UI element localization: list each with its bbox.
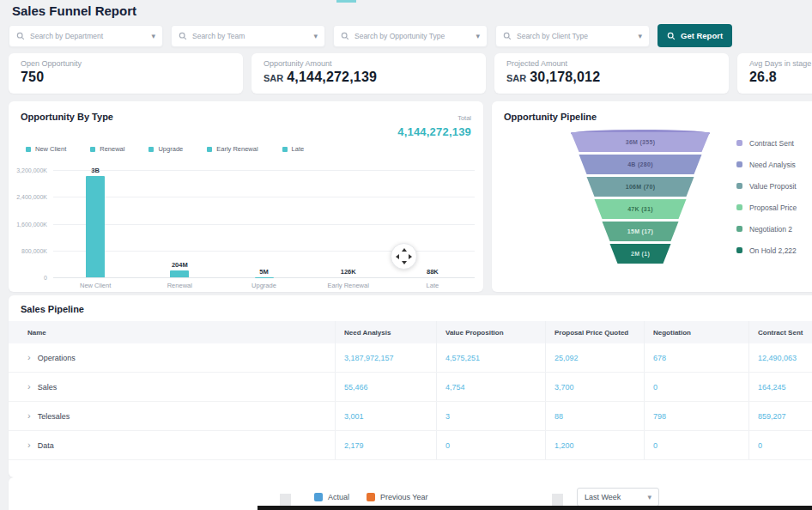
filter-select-1[interactable]: Search by Department▾ — [9, 25, 163, 47]
row-name-cell: ›Telesales — [9, 411, 335, 421]
y-axis-tick-label: 800,000K — [8, 247, 47, 253]
funnel-segment-label: 36M (355) — [626, 139, 656, 145]
filter-select-2[interactable]: Search by Team▾ — [171, 25, 325, 47]
x-axis-category-label: Renewal — [167, 282, 192, 289]
table-row: ›Telesales3,001388798859,207 — [9, 402, 812, 431]
sales-funnel-dashboard: Sales Funnel Report Search by Department… — [0, 0, 812, 510]
legend-label: Upgrade — [158, 145, 183, 153]
funnel-legend: Contract SentNeed AnalysisValue Proposit… — [736, 132, 797, 261]
funnel-segment-label: 47K (31) — [627, 206, 653, 212]
kpi-value-row: 26.8 — [749, 70, 812, 85]
kpi-value: 750 — [21, 70, 44, 84]
row-name: Telesales — [38, 412, 70, 421]
legend-marker — [736, 204, 742, 210]
bar-renewal[interactable] — [170, 270, 189, 277]
filter-select-4[interactable]: Search by Client Type▾ — [495, 25, 650, 47]
search-icon — [179, 32, 187, 40]
table-value-cell: 0 — [748, 431, 812, 459]
legend-label: Value Proposit — [749, 182, 797, 191]
period-select[interactable]: Last Week ▾ — [577, 488, 659, 507]
table-value-cell: 0 — [644, 373, 748, 401]
sales-pipeline-card: Sales Pipeline NameNeed AnalysisValue Pr… — [9, 295, 812, 477]
funnel-legend-item[interactable]: Contract Sent — [736, 132, 797, 154]
kpi-row: Open Opportunity750Opportunity AmountSAR… — [9, 53, 812, 94]
funnel-segment-1[interactable]: 36M (355) — [571, 132, 710, 152]
filter-placeholder: Search by Department — [30, 32, 151, 40]
bar-legend-item[interactable]: Late — [282, 145, 305, 153]
bar-chart-legend: New ClientRenewalUpgradeEarly RenewalLat… — [9, 139, 483, 153]
funnel-segment-4[interactable]: 47K (31) — [571, 199, 710, 219]
bottom-legend-item[interactable]: Previous Year — [367, 493, 428, 501]
kpi-value-row: SAR30,178,012 — [506, 70, 717, 85]
bottom-chart-fragment — [552, 494, 563, 506]
kpi-card-3: Projected AmountSAR30,178,012 — [494, 53, 729, 94]
legend-marker — [736, 226, 742, 232]
caret-down-icon: ▾ — [313, 32, 318, 40]
funnel-legend-item[interactable]: On Hold 2,222 — [736, 240, 797, 261]
legend-label: Negotiation 2 — [749, 225, 792, 234]
row-name: Operations — [38, 354, 76, 362]
bar-new-client[interactable] — [86, 176, 105, 277]
table-header-row: NameNeed AnalysisValue PropositionPropos… — [9, 321, 812, 343]
funnel-segment-2[interactable]: 4B (280) — [571, 155, 710, 174]
column-header: Proposal Price Quoted — [545, 321, 644, 343]
bar-legend-item[interactable]: Upgrade — [148, 145, 183, 153]
funnel-segment-5[interactable]: 15M (17) — [571, 222, 710, 241]
filter-placeholder: Search by Client Type — [517, 32, 638, 40]
table-value-cell: 0 — [644, 431, 748, 459]
caret-down-icon: ▾ — [476, 32, 480, 40]
video-progress-bar — [258, 506, 812, 510]
funnel-legend-item[interactable]: Value Proposit — [736, 175, 797, 197]
chevron-right-icon[interactable]: › — [27, 411, 31, 421]
funnel-segment-label: 4B (280) — [627, 161, 653, 167]
column-header: Negotiation — [644, 321, 748, 343]
legend-marker — [736, 140, 742, 146]
y-axis-tick-label: 3,200,000K — [8, 167, 47, 173]
top-accent-bar — [336, 0, 356, 3]
pan-arrow-left-icon — [396, 254, 399, 259]
kpi-label: Open Opportunity — [21, 59, 231, 68]
kpi-card-4: Avg Days in stage26.8 — [737, 53, 812, 94]
bar-legend-item[interactable]: Renewal — [90, 145, 124, 153]
funnel-legend-item[interactable]: Negotiation 2 — [736, 218, 797, 240]
legend-marker — [148, 147, 154, 152]
sales-pipeline-title: Sales Pipeline — [9, 295, 812, 321]
table-value-cell: 164,245 — [748, 373, 812, 401]
legend-marker — [314, 493, 323, 501]
row-name: Sales — [38, 383, 58, 392]
chevron-right-icon[interactable]: › — [27, 440, 31, 450]
caret-down-icon: ▾ — [151, 32, 155, 40]
bottom-legend-item[interactable]: Actual — [314, 493, 349, 501]
funnel-legend-item[interactable]: Need Analysis — [736, 154, 797, 175]
chevron-right-icon[interactable]: › — [27, 353, 31, 362]
legend-label: Renewal — [100, 145, 124, 153]
funnel-segment-6[interactable]: 2M (1) — [571, 244, 710, 264]
pan-control[interactable] — [391, 243, 417, 270]
chevron-right-icon[interactable]: › — [27, 382, 31, 392]
table-value-cell: 4,754 — [436, 373, 545, 401]
table-value-cell: 4,575,251 — [436, 343, 545, 372]
kpi-label: Avg Days in stage — [749, 59, 812, 68]
legend-label: Contract Sent — [749, 139, 794, 148]
bar-legend-item[interactable]: Early Renewal — [207, 145, 258, 153]
table-value-cell: 3,001 — [335, 402, 436, 430]
get-report-button[interactable]: Get Report — [657, 24, 732, 47]
page-title: Sales Funnel Report — [12, 3, 136, 18]
column-header: Name — [9, 329, 335, 337]
y-axis-tick-label: 1,600,000K — [8, 221, 47, 227]
table-row: ›Sales55,4664,7543,7000164,245 — [9, 373, 812, 402]
bar-legend-item[interactable]: New Client — [26, 145, 66, 153]
table-value-cell: 0 — [436, 431, 545, 459]
filter-bar: Search by Department▾Search by Team▾Sear… — [9, 24, 732, 47]
filter-select-3[interactable]: Search by Opportunity Type▾ — [333, 25, 488, 47]
opportunity-pipeline-title: Opportunity Pipeline — [504, 112, 597, 122]
bar-value-label: 5M — [259, 268, 268, 276]
table-row: ›Data2,17901,20000 — [9, 431, 812, 460]
kpi-value-row: 750 — [21, 70, 231, 85]
x-axis-category-label: Early Renewal — [328, 282, 369, 289]
legend-label: Proposal Price — [749, 203, 797, 212]
legend-label: Previous Year — [380, 493, 428, 501]
funnel-segment-3[interactable]: 106M (70) — [571, 177, 710, 197]
funnel-legend-item[interactable]: Proposal Price — [736, 197, 797, 218]
row-name-cell: ›Data — [9, 440, 335, 450]
